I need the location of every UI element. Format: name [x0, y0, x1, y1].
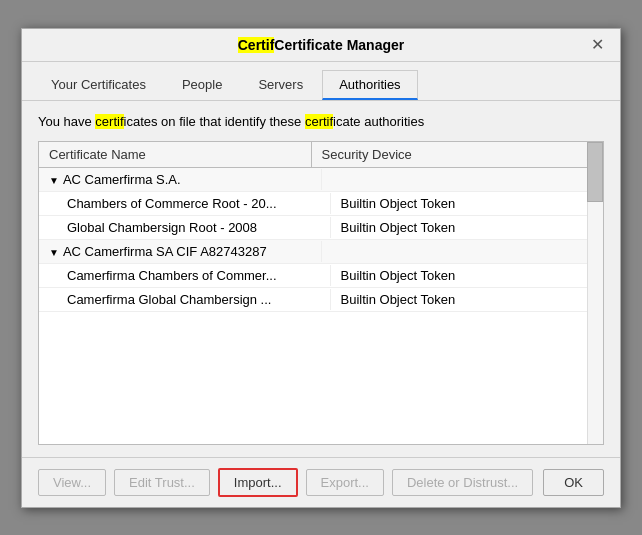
- group-device-empty: [322, 176, 604, 182]
- child-row-camerfirma-chambers[interactable]: Camerfirma Chambers of Commer... Builtin…: [39, 264, 603, 288]
- group-row-camerfirma-cif[interactable]: ▼AC Camerfirma SA CIF A82743287: [39, 240, 603, 264]
- group-device-empty-2: [322, 248, 604, 254]
- export-button[interactable]: Export...: [306, 469, 384, 496]
- child-row-chambers-root[interactable]: Chambers of Commerce Root - 20... Builti…: [39, 192, 603, 216]
- table-header: Certificate Name Security Device ⬜: [39, 142, 603, 168]
- title-highlight: Certif: [238, 37, 275, 53]
- expand-icon-2: ▼: [49, 247, 59, 258]
- ok-button[interactable]: OK: [543, 469, 604, 496]
- edit-trust-button[interactable]: Edit Trust...: [114, 469, 210, 496]
- child-row-camerfirma-global[interactable]: Camerfirma Global Chambersign ... Builti…: [39, 288, 603, 312]
- cert-name-camerfirma-chambers: Camerfirma Chambers of Commer...: [39, 265, 331, 286]
- tabs-bar: Your Certificates People Servers Authori…: [22, 62, 620, 101]
- close-button[interactable]: ✕: [585, 35, 610, 55]
- highlight-cert-1: certif: [95, 114, 123, 129]
- col-header-name: Certificate Name: [39, 142, 312, 167]
- cert-name-chambers-root: Chambers of Commerce Root - 20...: [39, 193, 331, 214]
- main-content: You have certificates on file that ident…: [22, 101, 620, 457]
- import-button[interactable]: Import...: [218, 468, 298, 497]
- dialog-title: CertifCertificate Manager: [238, 37, 405, 53]
- group-row-camerfirma-sa[interactable]: ▼AC Camerfirma S.A.: [39, 168, 603, 192]
- button-row: View... Edit Trust... Import... Export..…: [22, 457, 620, 507]
- delete-distrust-button[interactable]: Delete or Distrust...: [392, 469, 533, 496]
- tab-people[interactable]: People: [165, 70, 239, 100]
- expand-icon: ▼: [49, 175, 59, 186]
- highlight-cert-2: certif: [305, 114, 333, 129]
- certificates-table: Certificate Name Security Device ⬜ ▼AC C…: [38, 141, 604, 445]
- description-text: You have certificates on file that ident…: [38, 113, 604, 131]
- tab-servers[interactable]: Servers: [241, 70, 320, 100]
- cert-device-global-chambersign: Builtin Object Token: [331, 217, 604, 238]
- cert-device-camerfirma-global: Builtin Object Token: [331, 289, 604, 310]
- col-header-device: Security Device: [312, 142, 584, 167]
- table-body[interactable]: ▼AC Camerfirma S.A. Chambers of Commerce…: [39, 168, 603, 444]
- cert-name-global-chambersign: Global Chambersign Root - 2008: [39, 217, 331, 238]
- cert-device-camerfirma-chambers: Builtin Object Token: [331, 265, 604, 286]
- certificate-manager-dialog: CertifCertificate Manager ✕ Your Certifi…: [21, 28, 621, 508]
- scroll-thumb[interactable]: [587, 142, 603, 202]
- tab-your-certificates[interactable]: Your Certificates: [34, 70, 163, 100]
- group-name-camerfirma-cif: ▼AC Camerfirma SA CIF A82743287: [39, 241, 322, 262]
- view-button[interactable]: View...: [38, 469, 106, 496]
- scrollbar[interactable]: [587, 142, 603, 444]
- group-name-camerfirma-sa: ▼AC Camerfirma S.A.: [39, 169, 322, 190]
- tab-authorities[interactable]: Authorities: [322, 70, 417, 100]
- cert-name-camerfirma-global: Camerfirma Global Chambersign ...: [39, 289, 331, 310]
- child-row-global-chambersign[interactable]: Global Chambersign Root - 2008 Builtin O…: [39, 216, 603, 240]
- cert-device-chambers-root: Builtin Object Token: [331, 193, 604, 214]
- title-bar: CertifCertificate Manager ✕: [22, 29, 620, 62]
